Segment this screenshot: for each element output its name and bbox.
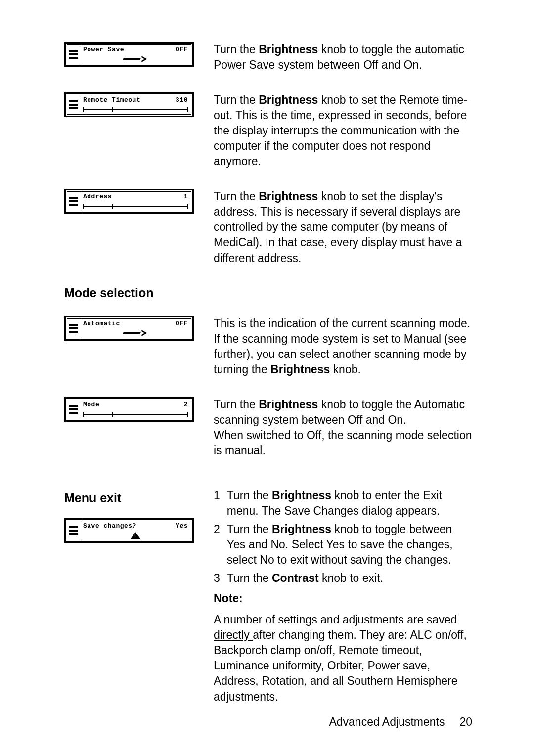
menu-list-icon	[67, 192, 80, 211]
osd-value: Yes	[176, 522, 188, 530]
osd-panel-power-save: Power Save OFF	[64, 42, 194, 67]
slider-icon	[83, 204, 188, 209]
osd-panel-save-changes: Save changes? Yes	[64, 518, 194, 543]
step-1: Turn the Brightness knob to enter the Ex…	[214, 488, 472, 519]
menu-list-icon	[67, 521, 80, 540]
step-2: Turn the Brightness knob to toggle betwe…	[214, 522, 472, 568]
description-address: Turn the Brightness knob to set the disp…	[214, 189, 472, 266]
warning-icon	[131, 532, 140, 539]
page-footer: Advanced Adjustments 20	[329, 715, 472, 729]
osd-panel-address: Address 1	[64, 189, 194, 214]
menu-list-icon	[67, 319, 80, 338]
slider-icon	[83, 107, 188, 112]
heading-menu-exit: Menu exit	[64, 491, 194, 505]
osd-value: OFF	[176, 46, 188, 53]
osd-label: Automatic	[83, 320, 120, 327]
note-label: Note:	[214, 591, 472, 606]
osd-panel-automatic: Automatic OFF	[64, 316, 194, 341]
swoosh-icon	[123, 56, 148, 62]
menu-list-icon	[67, 95, 80, 114]
footer-section: Advanced Adjustments	[329, 715, 445, 729]
note-body: A number of settings and adjustments are…	[214, 612, 472, 704]
description-automatic: This is the indication of the current sc…	[214, 316, 472, 377]
osd-label: Remote Timeout	[83, 96, 140, 104]
heading-mode-selection: Mode selection	[64, 286, 472, 300]
footer-page-number: 20	[459, 715, 472, 729]
osd-label: Address	[83, 193, 112, 200]
osd-panel-remote-timeout: Remote Timeout 310	[64, 92, 194, 117]
description-mode: Turn the Brightness knob to toggle the A…	[214, 397, 472, 458]
osd-value: 310	[176, 96, 188, 104]
osd-value: 2	[184, 401, 188, 408]
osd-panel-mode: Mode 2	[64, 397, 194, 422]
osd-value: 1	[184, 193, 188, 200]
osd-value: OFF	[176, 320, 188, 327]
description-power-save: Turn the Brightness knob to toggle the a…	[214, 42, 472, 73]
description-remote-timeout: Turn the Brightness knob to set the Remo…	[214, 92, 472, 169]
osd-label: Save changes?	[83, 522, 136, 530]
osd-label: Mode	[83, 401, 99, 408]
osd-label: Power Save	[83, 46, 124, 53]
menu-exit-steps: Turn the Brightness knob to enter the Ex…	[214, 488, 472, 586]
step-3: Turn the Contrast knob to exit.	[214, 571, 472, 586]
menu-list-icon	[67, 400, 80, 419]
swoosh-icon	[123, 330, 148, 336]
menu-list-icon	[67, 45, 80, 64]
slider-icon	[83, 412, 188, 417]
